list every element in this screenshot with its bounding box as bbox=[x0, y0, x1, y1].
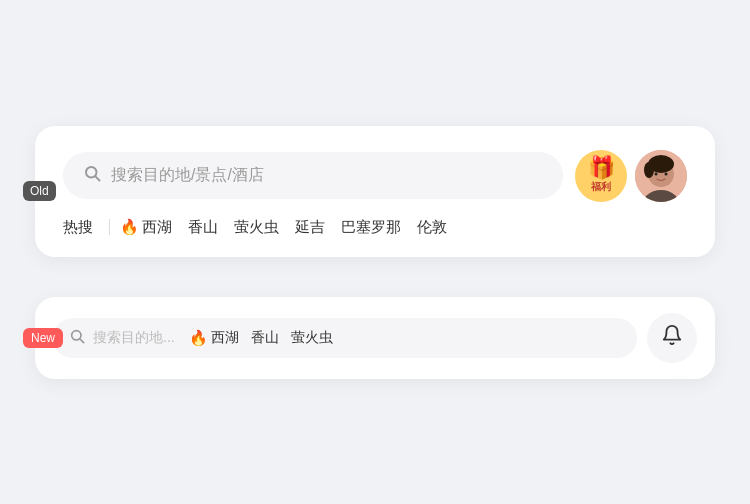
hot-search-row: 热搜 🔥 西湖 香山 萤火虫 延吉 巴塞罗那 伦敦 bbox=[63, 218, 687, 237]
hot-item-label-6: 伦敦 bbox=[417, 218, 447, 237]
hot-search-label: 热搜 bbox=[63, 218, 93, 237]
old-search-bar[interactable]: 搜索目的地/景点/酒店 bbox=[63, 152, 563, 199]
new-search-card: New 搜索目的地... 🔥 西湖 香山 萤火虫 bbox=[35, 297, 715, 379]
hot-item-6[interactable]: 伦敦 bbox=[417, 218, 447, 237]
gift-label: 福利 bbox=[591, 180, 611, 194]
divider bbox=[109, 219, 110, 235]
new-hot-item-label-3: 萤火虫 bbox=[291, 329, 333, 347]
hot-item-label-4: 延吉 bbox=[295, 218, 325, 237]
old-badge: Old bbox=[23, 181, 56, 201]
fire-icon: 🔥 bbox=[120, 218, 139, 236]
new-search-bar[interactable]: 搜索目的地... 🔥 西湖 香山 萤火虫 bbox=[53, 318, 637, 358]
hot-item-label-2: 香山 bbox=[188, 218, 218, 237]
new-hot-item-label-1: 西湖 bbox=[211, 329, 239, 347]
gift-icon: 🎁 bbox=[588, 157, 615, 179]
hot-item-label-1: 西湖 bbox=[142, 218, 172, 237]
gift-button[interactable]: 🎁 福利 bbox=[575, 150, 627, 202]
new-fire-icon: 🔥 bbox=[189, 329, 208, 347]
hot-item-4[interactable]: 延吉 bbox=[295, 218, 325, 237]
new-search-placeholder: 搜索目的地... bbox=[93, 329, 175, 347]
hot-item-1[interactable]: 🔥 西湖 bbox=[120, 218, 172, 237]
bell-icon bbox=[661, 324, 683, 351]
old-top-row: 搜索目的地/景点/酒店 🎁 福利 bbox=[63, 150, 687, 202]
new-hot-item-label-2: 香山 bbox=[251, 329, 279, 347]
hot-item-5[interactable]: 巴塞罗那 bbox=[341, 218, 401, 237]
old-search-placeholder: 搜索目的地/景点/酒店 bbox=[111, 165, 264, 186]
search-icon bbox=[83, 164, 101, 187]
new-hot-item-3[interactable]: 萤火虫 bbox=[291, 329, 333, 347]
new-search-icon bbox=[69, 328, 85, 348]
svg-point-6 bbox=[644, 162, 654, 178]
old-search-card: Old 搜索目的地/景点/酒店 🎁 福利 bbox=[35, 126, 715, 257]
new-hot-items: 🔥 西湖 香山 萤火虫 bbox=[189, 329, 333, 347]
avatar[interactable] bbox=[635, 150, 687, 202]
hot-item-3[interactable]: 萤火虫 bbox=[234, 218, 279, 237]
new-hot-item-1[interactable]: 🔥 西湖 bbox=[189, 329, 239, 347]
old-right-icons: 🎁 福利 bbox=[575, 150, 687, 202]
bell-button[interactable] bbox=[647, 313, 697, 363]
new-hot-item-2[interactable]: 香山 bbox=[251, 329, 279, 347]
svg-line-1 bbox=[95, 176, 99, 180]
svg-line-10 bbox=[80, 339, 84, 343]
hot-item-label-5: 巴塞罗那 bbox=[341, 218, 401, 237]
svg-point-7 bbox=[655, 172, 658, 175]
new-badge: New bbox=[23, 328, 63, 348]
hot-item-2[interactable]: 香山 bbox=[188, 218, 218, 237]
svg-point-8 bbox=[665, 172, 668, 175]
hot-item-label-3: 萤火虫 bbox=[234, 218, 279, 237]
